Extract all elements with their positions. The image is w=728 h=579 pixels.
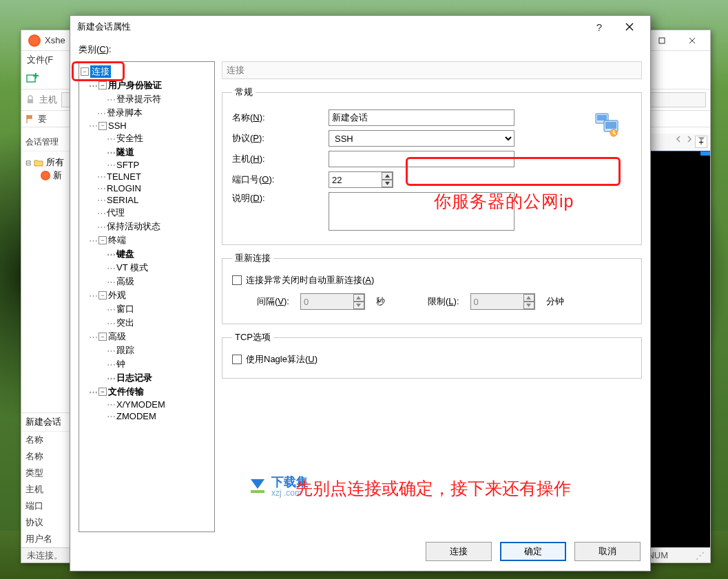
hostbar-label: 主机 [39,94,57,106]
protocol-select[interactable]: SSH [329,130,514,147]
spin-down-icon [353,302,364,309]
nagle-checkbox[interactable] [232,355,242,364]
folder-icon [34,158,43,167]
spin-down-icon[interactable] [382,180,393,187]
tree-connection[interactable]: −连接 [81,65,213,78]
tree-root-label: 所有 [46,156,64,169]
detail-user: 用户名 [25,533,52,545]
tree-sftp[interactable]: ⋯SFTP [81,159,213,171]
interval-label: 间隔(V): [257,295,289,308]
new-session-icon[interactable] [25,72,39,86]
detail-name1: 名称 [25,434,43,446]
detail-name2: 名称 [25,450,43,463]
plugin-label: 要 [38,113,47,125]
svg-rect-1 [659,38,665,43]
spin-up-icon[interactable] [382,172,393,180]
cancel-button[interactable]: 取消 [574,542,641,561]
tree-keyboard[interactable]: ⋯键盘 [81,247,213,261]
tree-log[interactable]: ⋯日志记录 [81,371,213,385]
xshell-logo-icon [28,34,41,47]
name-label: 名称(N): [232,112,322,124]
svg-rect-12 [597,115,607,120]
maximize-button[interactable] [647,31,677,50]
tree-xymodem[interactable]: ⋯X/YMODEM [81,399,213,410]
limit-label: 限制(L): [428,295,459,308]
spin-up-icon [353,294,364,302]
tree-serial[interactable]: ⋯SERIAL [81,194,213,206]
protocol-label: 协议(P): [232,132,322,145]
desc-textarea[interactable] [329,192,514,231]
tree-security[interactable]: ⋯安全性 [81,131,213,145]
category-label: 类别(C): [79,43,642,56]
watermark: 下载集 xzj .com [248,474,309,498]
section-title [222,61,642,79]
spin-down-icon [523,302,534,309]
dialog-close-button[interactable] [614,17,645,36]
tree-prompt[interactable]: ⋯登录提示符 [81,92,213,106]
detail-type: 类型 [25,467,43,479]
status-resize-grip[interactable]: ⋰ [696,550,705,560]
category-tree[interactable]: −连接 ⋯−用户身份验证 ⋯登录提示符 ⋯登录脚本 ⋯−SSH ⋯安全性 ⋯隧道… [79,61,215,532]
download-arrow-icon [248,476,267,496]
general-group: 常规 名称(N): 协议(P): SSH [222,86,642,245]
port-label: 端口号(O): [232,173,322,186]
interval-spinner [353,294,364,309]
flag-icon [25,114,35,124]
tcp-legend: TCP选项 [232,331,273,344]
host-input[interactable] [329,151,514,167]
limit-unit: 分钟 [546,295,564,308]
detail-host: 主机 [25,483,43,496]
svg-rect-8 [28,99,33,103]
tabstrip-arrows[interactable]: ⏷ [675,134,706,144]
interval-unit: 秒 [376,295,385,308]
tree-term-advanced[interactable]: ⋯高级 [81,275,213,288]
tree-window[interactable]: ⋯窗口 [81,302,213,316]
dialog-titlebar[interactable]: 新建会话属性 ? [70,16,650,38]
tree-terminal[interactable]: ⋯−终端 [81,233,213,247]
auto-reconnect-checkbox[interactable] [232,275,242,285]
tree-proxy[interactable]: ⋯代理 [81,206,213,220]
desc-label: 说明(D): [232,192,322,204]
scroll-indicator [700,151,710,156]
tree-ssh[interactable]: ⋯−SSH [81,120,213,131]
dialog-button-bar: 连接 确定 取消 [79,536,642,562]
ok-button[interactable]: 确定 [500,542,566,561]
nagle-label: 使用Nagle算法(U) [246,353,318,366]
dialog-help-button[interactable]: ? [584,17,614,36]
close-button[interactable] [677,31,707,50]
port-spinner[interactable] [382,172,393,187]
reconnect-group: 重新连接 连接异常关闭时自动重新连接(A) 间隔(V): [222,252,642,324]
tree-advanced[interactable]: ⋯−高级 [81,330,213,344]
servers-icon [593,112,621,137]
general-legend: 常规 [232,86,256,98]
tree-keepalive[interactable]: ⋯保持活动状态 [81,220,213,233]
limit-spinner [523,294,534,309]
auto-reconnect-label: 连接异常关闭时自动重新连接(A) [246,274,374,286]
tree-vt[interactable]: ⋯VT 模式 [81,261,213,275]
dialog-title: 新建会话属性 [77,21,584,33]
tree-script[interactable]: ⋯登录脚本 [81,106,213,120]
tree-trace[interactable]: ⋯跟踪 [81,344,213,357]
tree-auth[interactable]: ⋯−用户身份验证 [81,78,213,92]
name-input[interactable] [329,109,514,126]
tcp-group: TCP选项 使用Nagle算法(U) [222,331,642,379]
svg-rect-14 [605,122,616,129]
connect-button[interactable]: 连接 [426,542,492,561]
lock-icon [25,95,35,105]
spin-up-icon [523,294,534,302]
tree-zmodem[interactable]: ⋯ZMODEM [81,410,213,422]
tree-telnet[interactable]: ⋯TELNET [81,171,213,182]
detail-port: 端口 [25,500,43,512]
tree-tunnel[interactable]: ⋯隧道 [81,145,213,159]
detail-proto: 协议 [25,516,43,529]
tree-rlogin[interactable]: ⋯RLOGIN [81,182,213,194]
tree-appearance[interactable]: ⋯−外观 [81,288,213,302]
svg-rect-16 [251,490,264,493]
tree-highlight[interactable]: ⋯突出 [81,316,213,330]
reconnect-legend: 重新连接 [232,252,273,264]
status-left: 未连接。 [27,549,63,562]
tree-session-label: 新 [53,169,62,182]
tree-bell[interactable]: ⋯钟 [81,357,213,371]
tree-filetransfer[interactable]: ⋯−文件传输 [81,385,213,399]
new-session-dialog: 新建会话属性 ? 类别(C): −连接 ⋯−用户身份验证 ⋯登录提示符 ⋯登录脚… [70,15,651,571]
